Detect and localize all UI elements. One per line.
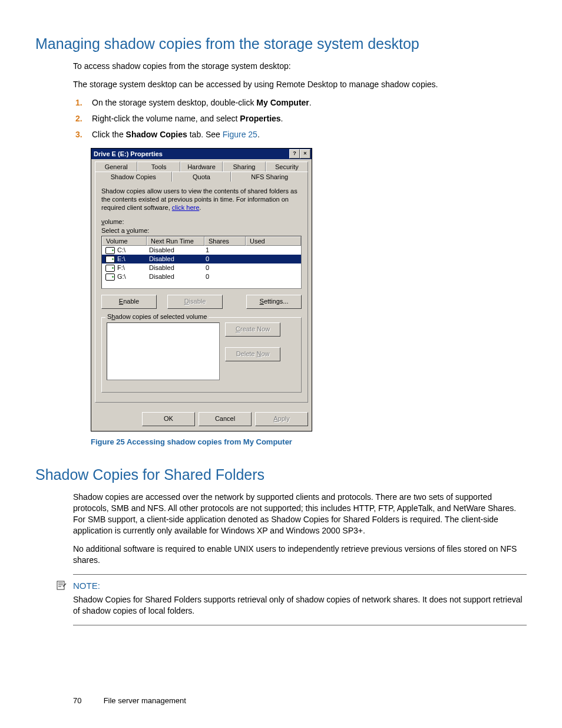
shadow-copies-listbox[interactable]	[107, 322, 220, 380]
tab-sharing[interactable]: Sharing	[223, 162, 265, 172]
settings-button[interactable]: Settings...	[246, 295, 302, 309]
footer-text: File server management	[104, 696, 186, 705]
divider	[73, 625, 527, 625]
disk-icon	[105, 265, 115, 272]
tab-tools[interactable]: Tools	[137, 162, 180, 172]
tab-hardware[interactable]: Hardware	[180, 162, 223, 172]
intro-1: To access shadow copies from the storage…	[35, 61, 527, 72]
apply-button[interactable]: Apply	[255, 412, 308, 426]
para-3: Shadow copies are accessed over the netw…	[35, 492, 527, 536]
heading-managing: Managing shadow copies from the storage …	[35, 35, 527, 52]
group-label: Shadow copies of selected volume	[105, 313, 209, 320]
volume-row-selected[interactable]: E:\ Disabled 0	[102, 255, 301, 263]
dialog-title: Drive E (E:) Properties	[94, 150, 163, 157]
volume-row[interactable]: F:\ Disabled 0	[102, 263, 301, 272]
click-here-link[interactable]: click here	[172, 204, 199, 211]
tab-nfs-sharing[interactable]: NFS Sharing	[231, 172, 308, 182]
cancel-button[interactable]: Cancel	[199, 412, 252, 426]
volume-list-header: Volume Next Run Time Shares Used	[102, 236, 301, 246]
figure-25-link[interactable]: Figure 25	[223, 130, 257, 139]
help-button[interactable]: ?	[289, 149, 300, 159]
note-heading: NOTE:	[73, 581, 527, 591]
divider	[73, 574, 527, 575]
tab-panel: Shadow copies allow users to view the co…	[95, 182, 308, 403]
col-shares[interactable]: Shares	[204, 236, 246, 246]
svg-rect-0	[57, 581, 64, 589]
select-volume-text: Select a volume:	[101, 227, 302, 234]
volume-list[interactable]: Volume Next Run Time Shares Used C:\ Dis…	[101, 236, 302, 289]
note-body: Shadow Copies for Shared Folders support…	[35, 594, 527, 617]
volume-row[interactable]: C:\ Disabled 1	[102, 246, 301, 255]
tab-security[interactable]: Security	[266, 162, 308, 172]
step-2: Right-click the volume name, and select …	[92, 113, 527, 124]
properties-dialog: Drive E (E:) Properties ? × General Tool…	[91, 148, 312, 431]
para-4: No additional software is required to en…	[35, 543, 527, 566]
intro-2: The storage system desktop can be access…	[35, 79, 527, 90]
col-volume[interactable]: Volume	[102, 236, 147, 246]
ok-button[interactable]: OK	[142, 412, 195, 426]
step-3: Click the Shadow Copies tab. See Figure …	[92, 129, 527, 140]
disk-icon	[105, 247, 115, 254]
volume-row[interactable]: G:\ Disabled 0	[102, 272, 301, 281]
tab-quota[interactable]: Quota	[172, 172, 232, 182]
tab-shadow-copies[interactable]: Shadow Copies	[95, 172, 172, 182]
steps-list: On the storage system desktop, double-cl…	[35, 97, 527, 140]
col-next-run[interactable]: Next Run Time	[147, 236, 204, 246]
create-now-button[interactable]: Create Now	[225, 322, 280, 337]
tab-general[interactable]: General	[95, 162, 137, 172]
heading-shared-folders: Shadow Copies for Shared Folders	[35, 466, 527, 483]
col-used[interactable]: Used	[246, 236, 301, 246]
shadow-copies-group: Shadow copies of selected volume Shadow …	[101, 317, 302, 393]
delete-now-button[interactable]: Delete Now	[225, 347, 280, 361]
select-volume-label: volume:	[101, 218, 302, 225]
close-button[interactable]: ×	[300, 149, 310, 159]
note-icon	[57, 581, 67, 590]
dialog-titlebar: Drive E (E:) Properties ? ×	[91, 149, 312, 159]
step-1: On the storage system desktop, double-cl…	[92, 97, 527, 108]
page-number: 70	[35, 696, 101, 705]
disable-button[interactable]: Disable	[167, 295, 223, 309]
page-footer: 70 File server management	[35, 696, 527, 705]
disk-icon	[105, 274, 115, 281]
disk-icon	[105, 256, 115, 263]
tab-description: Shadow copies allow users to view the co…	[101, 187, 302, 212]
figure-caption: Figure 25 Accessing shadow copies from M…	[35, 437, 527, 446]
enable-button[interactable]: Enable	[101, 295, 157, 309]
